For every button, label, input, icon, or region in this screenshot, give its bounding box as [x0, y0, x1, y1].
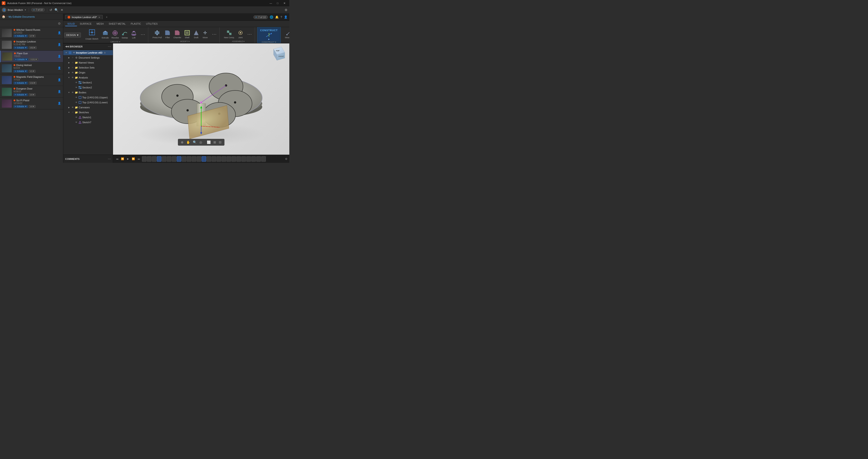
- press-pull-button[interactable]: Press Pull: [151, 29, 163, 39]
- doc-version-badge[interactable]: V16▼: [29, 82, 37, 84]
- tree-eye-icon-hidden[interactable]: 👁: [71, 111, 74, 114]
- comments-options-icon[interactable]: ⋯: [108, 157, 111, 161]
- timeline-item[interactable]: [256, 156, 261, 162]
- timeline-item[interactable]: [187, 156, 191, 162]
- doc-version-badge[interactable]: V4▼: [29, 93, 35, 96]
- root-settings-icon[interactable]: ⚙: [104, 52, 106, 54]
- orbit-icon[interactable]: ⊕: [180, 140, 184, 145]
- timeline-item[interactable]: [162, 156, 166, 162]
- settings-icon[interactable]: ⚙: [285, 8, 287, 12]
- browser-tree-item[interactable]: 👁 Top (1/4X1/16) (Upper): [63, 95, 113, 100]
- timeline-item[interactable]: [157, 156, 161, 162]
- tab-close-button[interactable]: ✕: [98, 16, 100, 19]
- look-at-icon[interactable]: ◎: [198, 140, 203, 145]
- toolbar-menu-tab[interactable]: SHEET METAL: [106, 22, 128, 26]
- tree-arrow-icon[interactable]: ▶: [67, 56, 70, 59]
- timeline-prev-button[interactable]: ⏪: [120, 157, 125, 161]
- tree-arrow-icon[interactable]: ▼: [67, 76, 70, 79]
- timeline-item[interactable]: [172, 156, 176, 162]
- timeline-item[interactable]: [197, 156, 201, 162]
- help-icon[interactable]: ?: [281, 16, 282, 19]
- active-document-tab[interactable]: Inception Levitron v63* ✕: [65, 15, 103, 19]
- tree-eye-icon[interactable]: 👁: [71, 71, 74, 74]
- browser-tree-item[interactable]: ▶ 👁 📁 Origin: [63, 70, 113, 75]
- tree-arrow-icon[interactable]: ▶: [67, 106, 70, 109]
- fillet-button[interactable]: Fillet: [163, 29, 172, 39]
- browser-tree-item[interactable]: 👁 Section2: [63, 85, 113, 90]
- tree-eye-icon-hidden[interactable]: 👁: [71, 66, 74, 69]
- timeline-play-button[interactable]: ▶: [126, 157, 130, 161]
- joint-button[interactable]: Joint: [236, 29, 245, 39]
- tree-eye-icon[interactable]: 👁: [71, 91, 74, 94]
- doc-edit-badge[interactable]: ✏ Editable ▼: [13, 47, 28, 49]
- edit-dropdown-icon[interactable]: ▼: [25, 47, 27, 49]
- document-list-item[interactable]: Witcher Sword Runes 12/13/22 ✏ Editable …: [0, 27, 63, 39]
- loft-button[interactable]: Loft: [129, 29, 138, 39]
- doc-edit-badge[interactable]: ✏ Editable ▼: [14, 58, 28, 61]
- browser-tree-item[interactable]: ▼ 👁 📁 Bodies: [63, 90, 113, 95]
- doc-version-badge[interactable]: V1▼: [29, 70, 35, 72]
- timeline-settings-icon[interactable]: ⚙: [285, 157, 287, 160]
- browser-tree-item[interactable]: ▶ 👁 ⚙ Document Settings: [63, 55, 113, 60]
- timeline-item[interactable]: [217, 156, 221, 162]
- draft-button[interactable]: Draft: [192, 29, 200, 39]
- sweep-button[interactable]: Sweep: [121, 29, 129, 39]
- more-create-button[interactable]: ⋯: [138, 31, 147, 38]
- document-list-item[interactable]: Flare Gun 7/5/23 ✏ Editable ▼ V151▼ 👤: [0, 51, 63, 62]
- browser-collapse-icon[interactable]: ◀◀: [65, 45, 69, 48]
- extrude-button[interactable]: Extrude: [101, 29, 110, 39]
- tree-eye-icon[interactable]: 👁: [74, 81, 78, 84]
- pan-icon[interactable]: ✋: [185, 140, 191, 145]
- construct-main-button[interactable]: CONSTRUCT ▶: [258, 28, 280, 41]
- timeline-item[interactable]: [147, 156, 151, 162]
- close-nav-icon[interactable]: ✕: [61, 8, 63, 12]
- breadcrumb-folder[interactable]: My Editable Documents: [8, 16, 35, 18]
- toolbar-menu-tab[interactable]: SURFACE: [78, 22, 94, 26]
- edit-dropdown-icon[interactable]: ▼: [25, 70, 27, 72]
- minimize-button[interactable]: —: [268, 1, 274, 6]
- tree-arrow-icon[interactable]: ▶: [67, 71, 70, 74]
- toolbar-menu-tab[interactable]: UTILITIES: [144, 22, 160, 26]
- notification-icon[interactable]: 🔔: [275, 16, 279, 19]
- edit-dropdown-icon[interactable]: ▼: [25, 105, 27, 108]
- edit-dropdown-icon[interactable]: ▼: [25, 58, 27, 61]
- timeline-end-button[interactable]: ⏭: [136, 157, 141, 161]
- refresh-icon[interactable]: ↺: [50, 8, 52, 12]
- version-dropdown-icon[interactable]: ▼: [32, 94, 34, 96]
- browser-options-icon[interactable]: ⋯: [108, 45, 111, 49]
- maximize-button[interactable]: □: [274, 1, 281, 6]
- timeline-item[interactable]: [207, 156, 211, 162]
- tree-eye-icon[interactable]: 👁: [74, 101, 78, 104]
- doc-version-badge[interactable]: V63▼: [29, 47, 37, 49]
- document-list-item[interactable]: Dungeon Door 6/28/23 ✏ Editable ▼ V4▼ 👤: [0, 86, 63, 98]
- timeline-item[interactable]: [142, 156, 147, 162]
- root-arrow-icon[interactable]: ▼: [65, 51, 68, 54]
- timeline-item[interactable]: [246, 156, 251, 162]
- toolbar-menu-tab[interactable]: MESH: [94, 22, 106, 26]
- timeline-item[interactable]: [221, 156, 226, 162]
- timeline-item[interactable]: [261, 156, 266, 162]
- doc-version-badge[interactable]: V7▼: [29, 35, 35, 37]
- browser-tree-item[interactable]: 👁 Sketch1: [63, 115, 113, 120]
- tree-arrow-icon[interactable]: ▶: [67, 66, 70, 69]
- timeline-item[interactable]: [212, 156, 216, 162]
- root-eye-icon[interactable]: 👁: [72, 51, 75, 54]
- doc-edit-badge[interactable]: ✏ Editable ▼: [13, 82, 28, 84]
- timeline-item[interactable]: [251, 156, 256, 162]
- tree-eye-icon[interactable]: 👁: [71, 106, 74, 109]
- tree-eye-icon[interactable]: 👁: [71, 76, 74, 79]
- tree-eye-icon-hidden[interactable]: 👁: [71, 56, 74, 59]
- revolve-button[interactable]: Revolve: [110, 29, 120, 39]
- edit-dropdown-icon[interactable]: ▼: [25, 35, 27, 37]
- design-button[interactable]: DESIGN ▼: [64, 33, 81, 37]
- toolbar-menu-tab[interactable]: PLASTIC: [128, 22, 143, 26]
- more-modify-button[interactable]: ⋯: [210, 30, 219, 38]
- document-list-item[interactable]: Inception Levitron 5:23:42 PM ✏ Editable…: [0, 39, 63, 51]
- browser-tree-item[interactable]: 👁 Top (1/4X1/16) (Lower): [63, 100, 113, 105]
- grid-icon[interactable]: ⊞: [213, 140, 217, 145]
- render-mode-icon[interactable]: ⊟: [218, 140, 222, 145]
- doc-edit-badge[interactable]: ✏ Editable ▼: [13, 93, 28, 96]
- close-button[interactable]: ✕: [281, 1, 287, 6]
- version-dropdown-icon[interactable]: ▼: [32, 35, 34, 37]
- timeline-item[interactable]: [241, 156, 246, 162]
